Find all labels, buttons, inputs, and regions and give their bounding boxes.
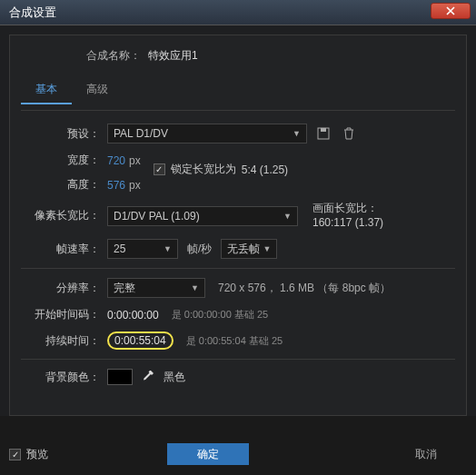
start-timecode-note: 是 0:00:00:00 基础 25: [172, 308, 268, 322]
preset-row: 预设： PAL D1/DV ▼: [21, 124, 455, 143]
height-label: 高度：: [21, 177, 107, 193]
resolution-value: 完整: [114, 281, 135, 296]
fps-value: 25: [114, 242, 125, 255]
save-icon: [317, 127, 330, 140]
dialog-inner: 合成名称： 特效应用1 基本 高级 预设： PAL D1/DV ▼: [9, 35, 467, 416]
close-button[interactable]: [431, 3, 471, 19]
comp-name-input[interactable]: 特效应用1: [148, 48, 198, 64]
par-row: 像素长宽比： D1/DV PAL (1.09) ▼ 画面长宽比： 160:117…: [21, 202, 455, 230]
basic-panel: 预设： PAL D1/DV ▼ 宽度： 720 px: [21, 110, 455, 385]
bgcolor-name: 黑色: [164, 370, 185, 385]
lock-aspect-checkbox[interactable]: ✓: [154, 163, 165, 175]
start-timecode-input[interactable]: 0:00:00:00: [107, 309, 159, 322]
resolution-label: 分辨率：: [21, 281, 107, 296]
width-input[interactable]: 720: [107, 154, 125, 167]
bgcolor-label: 背景颜色：: [21, 370, 107, 385]
comp-name-label: 合成名称：: [21, 48, 148, 64]
duration-label: 持续时间：: [21, 333, 107, 349]
height-row: 高度： 576 px: [21, 177, 141, 193]
duration-note: 是 0:00:55:04 基础 25: [186, 334, 283, 348]
preset-label: 预设：: [21, 126, 107, 142]
width-label: 宽度：: [21, 153, 107, 168]
tab-advanced[interactable]: 高级: [72, 76, 123, 104]
window-title: 合成设置: [9, 5, 56, 21]
divider: [21, 268, 455, 269]
height-unit: px: [129, 179, 141, 192]
chevron-down-icon: ▼: [164, 244, 172, 253]
fps-unit: 帧/秒: [187, 242, 212, 257]
width-unit: px: [129, 154, 141, 167]
par-dropdown[interactable]: D1/DV PAL (1.09) ▼: [107, 206, 298, 226]
chevron-down-icon: ▼: [283, 212, 292, 221]
dropframe-dropdown[interactable]: 无丢帧 ▼: [221, 239, 277, 259]
width-row: 宽度： 720 px: [21, 153, 141, 168]
duration-highlight: 0:00:55:04: [107, 332, 174, 350]
lock-aspect-ratio: 5:4 (1.25): [242, 163, 288, 176]
trash-icon: [343, 127, 354, 140]
dialog-content: 合成名称： 特效应用1 基本 高级 预设： PAL D1/DV ▼: [0, 25, 476, 416]
fps-dropdown[interactable]: 25 ▼: [107, 239, 178, 259]
footer: ✓ 预览 确定 取消: [9, 439, 467, 470]
divider: [21, 359, 455, 360]
resolution-row: 分辨率： 完整 ▼ 720 x 576， 1.6 MB （每 8bpc 帧）: [21, 278, 455, 298]
cancel-button[interactable]: 取消: [385, 443, 467, 465]
preset-value: PAL D1/DV: [114, 127, 168, 140]
height-input[interactable]: 576: [107, 179, 125, 192]
par-label: 像素长宽比：: [21, 208, 107, 223]
frame-aspect-value: 160:117 (1.37): [312, 216, 383, 231]
bgcolor-row: 背景颜色： 黑色: [21, 369, 455, 385]
preset-dropdown[interactable]: PAL D1/DV ▼: [107, 124, 307, 143]
start-timecode-label: 开始时间码：: [21, 307, 107, 322]
save-preset-button[interactable]: [314, 124, 332, 143]
chevron-down-icon: ▼: [263, 244, 271, 253]
preview-label: 预览: [26, 447, 48, 462]
frame-aspect-label: 画面长宽比：: [312, 202, 383, 216]
fps-label: 帧速率：: [21, 242, 107, 257]
resolution-dropdown[interactable]: 完整 ▼: [107, 278, 205, 298]
eyedropper-button[interactable]: [142, 371, 154, 383]
tabs: 基本 高级: [21, 76, 455, 104]
ok-button[interactable]: 确定: [167, 443, 249, 465]
chevron-down-icon: ▼: [293, 129, 301, 138]
lock-aspect-row: ✓ 锁定长宽比为 5:4 (1.25): [154, 162, 288, 177]
title-bar: 合成设置: [0, 0, 476, 25]
fps-row: 帧速率： 25 ▼ 帧/秒 无丢帧 ▼: [21, 239, 455, 259]
duration-input[interactable]: 0:00:55:04: [114, 334, 166, 347]
dropframe-value: 无丢帧: [227, 242, 260, 257]
chevron-down-icon: ▼: [191, 283, 199, 292]
par-value: D1/DV PAL (1.09): [114, 210, 200, 223]
resolution-info: 720 x 576， 1.6 MB （每 8bpc 帧）: [218, 281, 391, 296]
tab-basic[interactable]: 基本: [21, 76, 72, 104]
duration-row: 持续时间： 0:00:55:04 是 0:00:55:04 基础 25: [21, 332, 455, 350]
comp-name-row: 合成名称： 特效应用1: [21, 48, 455, 64]
frame-aspect-info: 画面长宽比： 160:117 (1.37): [312, 202, 383, 230]
preview-checkbox[interactable]: ✓: [9, 449, 21, 460]
preview-toggle[interactable]: ✓ 预览: [9, 447, 48, 462]
eyedropper-icon: [142, 371, 154, 383]
close-icon: [445, 6, 456, 15]
bgcolor-swatch[interactable]: [107, 369, 133, 385]
delete-preset-button[interactable]: [340, 124, 358, 143]
start-timecode-row: 开始时间码： 0:00:00:00 是 0:00:00:00 基础 25: [21, 307, 455, 322]
svg-rect-1: [321, 128, 326, 132]
lock-aspect-label: 锁定长宽比为: [171, 162, 236, 177]
